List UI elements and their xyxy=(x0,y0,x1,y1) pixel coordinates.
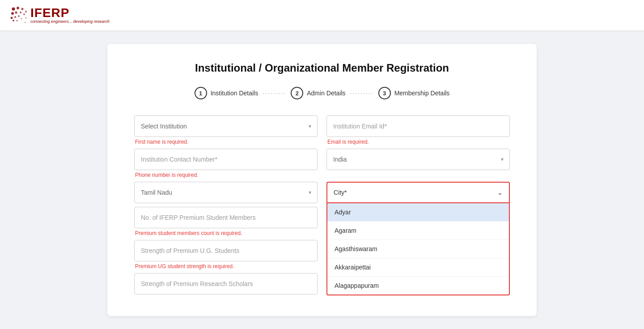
phone-error: Phone number is required. xyxy=(134,172,318,178)
step-2-label: Admin Details xyxy=(307,90,345,97)
step-dots-1: ········· xyxy=(263,90,286,97)
svg-point-7 xyxy=(23,13,25,15)
svg-point-5 xyxy=(15,12,17,14)
app-header: IFERP connecting engineers... developing… xyxy=(0,0,644,30)
main-content: Institutional / Organizational Member Re… xyxy=(0,30,644,329)
step-1-label: Institution Details xyxy=(211,90,258,97)
country-group: India ▾ xyxy=(322,149,514,182)
svg-point-13 xyxy=(21,18,22,20)
city-group: City* ⌄ Adyar Agaram Agasthiswaram Akkar… xyxy=(322,182,514,207)
svg-point-0 xyxy=(12,8,15,11)
contact-number-group: Phone number is required. xyxy=(130,149,322,182)
email-error: Email is required. xyxy=(326,139,510,145)
logo-name: IFERP xyxy=(30,7,110,19)
svg-point-4 xyxy=(11,12,14,15)
svg-point-3 xyxy=(25,11,27,13)
svg-point-2 xyxy=(21,8,24,10)
svg-point-12 xyxy=(17,20,18,21)
ug-strength-group: Premium UG student strength is required. xyxy=(130,240,322,273)
country-select[interactable]: India xyxy=(326,149,510,170)
ug-strength-error: Premium UG student strength is required. xyxy=(134,263,318,269)
svg-point-1 xyxy=(17,7,19,9)
svg-point-6 xyxy=(20,12,21,13)
select-institution-wrapper[interactable]: Select Institution ▾ xyxy=(134,115,318,137)
select-institution-input[interactable]: Select Institution xyxy=(134,115,318,137)
svg-point-11 xyxy=(13,20,14,21)
step-dots-2: ········· xyxy=(350,90,374,97)
city-placeholder: City* xyxy=(334,189,347,196)
step-3-circle: 3 xyxy=(378,87,391,99)
select-institution-group: Select Institution ▾ First name is requi… xyxy=(130,115,322,149)
institution-email-input[interactable] xyxy=(326,115,510,137)
step-2: 2 Admin Details xyxy=(291,87,345,99)
svg-point-14 xyxy=(25,17,27,19)
step-3: 3 Membership Details xyxy=(378,87,450,99)
state-select[interactable]: Tamil Nadu xyxy=(134,182,318,203)
city-dropdown-wrapper[interactable]: City* ⌄ Adyar Agaram Agasthiswaram Akkar… xyxy=(326,182,510,203)
institution-error: First name is required. xyxy=(134,139,318,145)
steps-wizard: 1 Institution Details ········· 2 Admin … xyxy=(130,87,514,99)
logo-icon xyxy=(9,4,30,26)
premium-members-input[interactable] xyxy=(134,207,318,228)
svg-point-15 xyxy=(25,22,26,23)
city-option-adyar[interactable]: Adyar xyxy=(327,203,509,222)
research-scholars-input[interactable] xyxy=(134,273,318,295)
contact-number-input[interactable] xyxy=(134,149,318,170)
step-1-circle: 1 xyxy=(195,87,207,99)
step-1: 1 Institution Details xyxy=(195,87,258,99)
institution-email-group: Email is required. xyxy=(322,115,514,149)
page-title: Institutional / Organizational Member Re… xyxy=(130,62,514,74)
research-scholars-group xyxy=(130,273,322,298)
logo-text: IFERP connecting engineers... developing… xyxy=(30,7,110,24)
svg-point-8 xyxy=(11,17,13,19)
state-group: Tamil Nadu ▾ xyxy=(130,182,322,207)
premium-members-group: Premium student members count is require… xyxy=(130,207,322,240)
city-option-agasthiswaram[interactable]: Agasthiswaram xyxy=(327,240,509,258)
step-2-circle: 2 xyxy=(291,87,303,99)
logo-subtitle: connecting engineers... developing resea… xyxy=(30,19,110,24)
city-chevron-icon: ⌄ xyxy=(497,189,503,196)
logo: IFERP connecting engineers... developing… xyxy=(9,4,110,26)
city-select-trigger[interactable]: City* ⌄ xyxy=(326,182,510,203)
state-select-wrapper[interactable]: Tamil Nadu ▾ xyxy=(134,182,318,203)
ug-strength-input[interactable] xyxy=(134,240,318,261)
city-option-akkaraipettai[interactable]: Akkaraipettai xyxy=(327,258,509,277)
premium-members-error: Premium student members count is require… xyxy=(134,230,318,236)
registration-form-card: Institutional / Organizational Member Re… xyxy=(107,44,537,316)
city-dropdown-list: Adyar Agaram Agasthiswaram Akkaraipettai… xyxy=(326,203,510,295)
step-3-label: Membership Details xyxy=(394,90,450,97)
city-option-agaram[interactable]: Agaram xyxy=(327,222,509,240)
city-option-alagappapuram[interactable]: Alagappapuram xyxy=(327,277,509,295)
svg-point-10 xyxy=(18,15,20,17)
svg-point-9 xyxy=(14,16,16,18)
form-fields: Select Institution ▾ First name is requi… xyxy=(130,115,514,298)
country-select-wrapper[interactable]: India ▾ xyxy=(326,149,510,170)
